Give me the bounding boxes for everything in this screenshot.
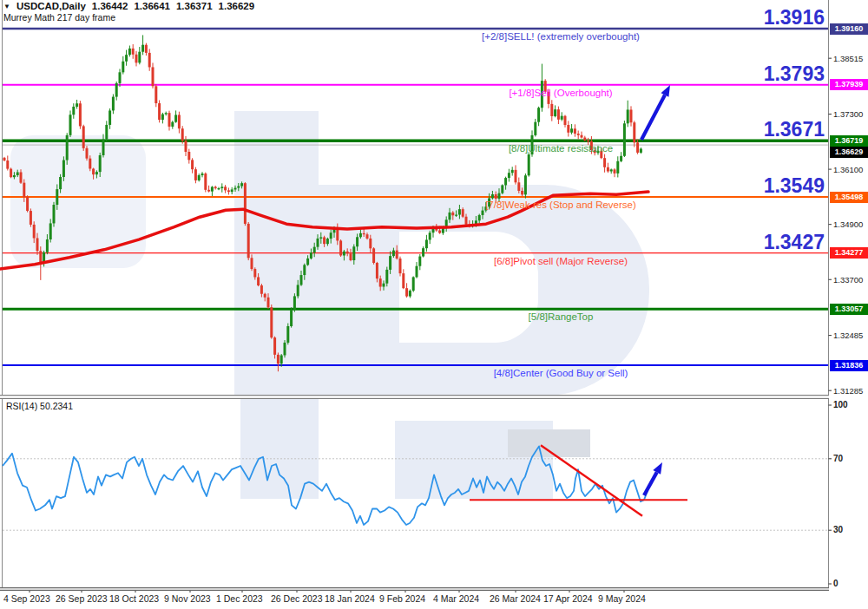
candle-body (23, 183, 25, 197)
axis-separator (0, 590, 829, 591)
candle-body (125, 55, 128, 62)
candle-body (59, 177, 62, 189)
candle-body (79, 103, 82, 126)
candle-body (409, 291, 411, 296)
ohlc-high: 1.36641 (134, 1, 170, 11)
candle-body (178, 115, 181, 128)
candle-body (396, 251, 398, 259)
candle-body (627, 109, 629, 123)
candle-body (636, 142, 639, 153)
candle-body (66, 135, 69, 160)
candle-body (277, 355, 279, 363)
candle-body (257, 277, 260, 285)
candle-body (20, 172, 23, 182)
ohlc-low: 1.36371 (176, 1, 213, 11)
ohlc-open: 1.36442 (92, 1, 128, 11)
candle-body (385, 270, 388, 284)
candle-body (244, 183, 247, 224)
candle-body (3, 158, 6, 160)
ohlc-close: 1.36629 (219, 1, 255, 11)
candle-body (141, 45, 144, 52)
candle-body (438, 231, 441, 233)
candle-body (339, 240, 342, 255)
candle-body (185, 141, 187, 152)
candle-body (171, 122, 174, 127)
candle-body (557, 109, 560, 120)
candle-body (161, 115, 164, 120)
candle-body (422, 248, 424, 256)
candle-body (488, 198, 490, 206)
candle-body (603, 158, 606, 167)
candle-body (369, 239, 372, 248)
candle-body (260, 285, 263, 294)
candle-body (284, 343, 286, 356)
candle-body (501, 185, 503, 193)
candle-body (531, 135, 534, 154)
candle-body (273, 337, 276, 355)
candle-body (108, 110, 111, 124)
candle-body (451, 213, 454, 215)
candle-body (168, 113, 171, 127)
candle-body (610, 169, 613, 171)
candle-body (306, 259, 309, 265)
candle-body (554, 109, 556, 116)
candle-body (498, 193, 501, 199)
candle-body (323, 237, 326, 244)
candle-body (600, 151, 602, 158)
candle-body (343, 252, 345, 256)
candle-body (462, 209, 464, 217)
candle-body (119, 72, 122, 83)
candle-body (211, 187, 214, 191)
candle-body (231, 189, 233, 192)
candle-body (376, 263, 378, 278)
candle-body (630, 109, 633, 122)
candle-body (491, 194, 494, 199)
trend-arrow-head[interactable] (661, 85, 670, 97)
candle-body (515, 170, 517, 182)
candle-body (207, 190, 210, 192)
candle-body (482, 211, 484, 215)
candle-body (237, 187, 240, 188)
moving-average-line[interactable] (0, 192, 648, 269)
candle-body (76, 103, 78, 107)
candle-body (247, 224, 250, 258)
candle-body (418, 257, 421, 266)
candle-body (214, 187, 217, 188)
candle-body (399, 259, 402, 273)
candle-body (174, 115, 177, 121)
candle-body (303, 265, 306, 275)
rsi-trendline[interactable] (541, 445, 642, 515)
candle-body (135, 55, 138, 63)
candle-body (326, 239, 329, 244)
trend-arrow[interactable] (641, 95, 665, 140)
candle-body (112, 97, 115, 111)
candle-body (620, 156, 622, 161)
symbol-dropdown-icon[interactable]: ▼ (3, 3, 10, 10)
candle-body (550, 104, 553, 116)
candle-body (425, 239, 428, 248)
candle-body (581, 135, 583, 138)
candle-body (614, 169, 616, 174)
candle-body (158, 103, 161, 120)
candle-body (95, 172, 98, 174)
candle-body (26, 197, 29, 211)
chart-canvas[interactable] (0, 0, 868, 609)
candle-body (319, 237, 322, 238)
candle-body (561, 116, 563, 120)
indicator-name-label: Murrey Math 217 day frame (3, 12, 115, 23)
candle-body (352, 246, 355, 260)
candle-body (267, 298, 270, 307)
candle-body (495, 194, 497, 199)
rsi-trend-arrow[interactable] (644, 472, 657, 495)
candle-body (359, 233, 362, 237)
pane-separator[interactable] (0, 398, 829, 399)
rsi-trend-arrow-head[interactable] (653, 462, 662, 475)
candle-body (633, 122, 635, 142)
candle-body (445, 219, 448, 226)
candle-body (577, 134, 580, 135)
candle-body (36, 238, 39, 251)
rsi-line[interactable] (3, 446, 648, 525)
candle-body (517, 182, 520, 191)
candle-body (201, 174, 204, 175)
symbol-name: USDCAD,Daily (16, 1, 86, 11)
